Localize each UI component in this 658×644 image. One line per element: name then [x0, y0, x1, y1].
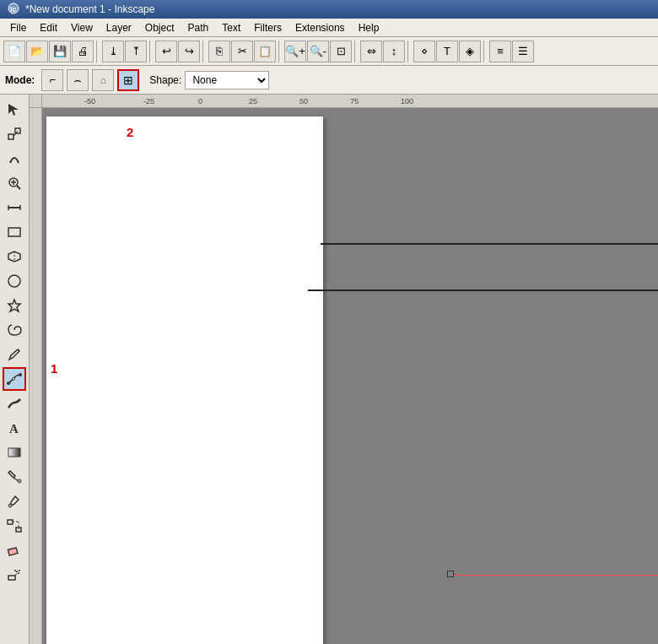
zoom-tool-btn[interactable]	[3, 171, 26, 195]
toolbar-btn-import[interactable]: ⤓	[102, 41, 124, 62]
paint-bucket-btn[interactable]	[3, 465, 26, 489]
toolbar-separator	[483, 41, 487, 62]
svg-point-21	[13, 378, 15, 381]
toolbar-btn-new[interactable]: 📄	[3, 41, 25, 62]
spiral-tool-btn[interactable]	[3, 318, 26, 342]
svg-point-36	[19, 570, 20, 571]
pencil-tool-btn[interactable]	[3, 343, 26, 366]
menu-item-edit[interactable]: Edit	[33, 20, 64, 35]
selector-tool-btn[interactable]	[3, 98, 26, 122]
ruler-left-svg	[30, 108, 42, 644]
toolbar-btn-text-tool[interactable]: T	[436, 41, 458, 62]
gradient-tool-btn[interactable]	[3, 441, 26, 464]
document-page	[46, 116, 323, 644]
canvas-line-2	[308, 290, 658, 291]
connector-btn[interactable]	[3, 514, 26, 538]
svg-rect-13	[8, 228, 20, 236]
calligraphy-tool-btn[interactable]	[3, 392, 26, 415]
node-tool-btn[interactable]	[3, 122, 26, 146]
menu-item-path[interactable]: Path	[181, 20, 216, 35]
main-toolbar: 📄📂💾🖨⤓⤒↩↪⎘✂📋🔍+🔍-⊡⇔↕⋄T◈≡☰	[0, 37, 658, 66]
toolbar-btn-xmleditor[interactable]: ◈	[459, 41, 481, 62]
symmetric-mode-btn[interactable]: ⌂	[92, 69, 114, 91]
main-area: A -50 -25 0 25 50 75 100	[0, 95, 658, 644]
svg-rect-31	[8, 548, 17, 555]
toolbar-btn-transform1[interactable]: ⇔	[360, 41, 382, 62]
corner-mode-btn[interactable]: ⌐	[41, 69, 63, 91]
3dbox-tool-btn[interactable]	[3, 245, 26, 268]
toolbar-separator	[202, 41, 206, 62]
menu-item-text[interactable]: Text	[215, 20, 247, 35]
toolbar-btn-zoom-fit[interactable]: ⊡	[330, 41, 352, 62]
menu-item-filters[interactable]: Filters	[247, 20, 289, 35]
ruler-top: -50 -25 0 25 50 75 100 // ticks are rend…	[42, 95, 658, 108]
toolbar-btn-more2[interactable]: ☰	[512, 41, 534, 62]
menu-item-help[interactable]: Help	[352, 20, 386, 35]
toolbar-btn-zoom-out[interactable]: 🔍-	[307, 41, 329, 62]
tool-options-bar: Mode: ⌐ ⌢ ⌂ ⊞ Shape: None Triangle Arrow	[0, 66, 658, 95]
toolbar-btn-cut[interactable]: ✂	[231, 41, 253, 62]
toolbar-btn-export[interactable]: ⤒	[125, 41, 147, 62]
svg-point-34	[18, 572, 19, 574]
menu-item-view[interactable]: View	[64, 20, 100, 35]
text-tool-btn[interactable]: A	[3, 416, 26, 440]
toolbar-btn-nodes[interactable]: ⋄	[413, 41, 435, 62]
canvas-node-point	[447, 571, 454, 577]
circle-tool-btn[interactable]	[3, 269, 26, 293]
svg-rect-24	[8, 448, 20, 457]
tweak-tool-btn[interactable]	[3, 147, 26, 170]
measure-tool-btn[interactable]	[3, 196, 26, 219]
annotation-1: 1	[51, 361, 57, 376]
toolbar-btn-undo[interactable]: ↩	[155, 41, 177, 62]
ruler-left	[30, 108, 42, 644]
svg-line-7	[17, 186, 20, 189]
svg-point-20	[19, 373, 22, 376]
title-text: *New document 1 - Inkscape	[25, 3, 154, 15]
bezier-tool-btn[interactable]	[3, 367, 26, 391]
menu-item-extensions[interactable]: Extensions	[289, 20, 352, 35]
toolbar-btn-open[interactable]: 📂	[26, 41, 48, 62]
toolbar-separator	[149, 41, 153, 62]
svg-line-37	[15, 573, 17, 576]
svg-rect-27	[8, 520, 13, 524]
toolbar-btn-copy[interactable]: ⎘	[208, 41, 230, 62]
canvas-container[interactable]: -50 -25 0 25 50 75 100 // ticks are rend…	[30, 95, 658, 644]
toolbar-btn-more1[interactable]: ≡	[489, 41, 511, 62]
svg-point-16	[8, 275, 20, 287]
svg-point-33	[16, 571, 18, 572]
ruler-ticks-svg: // ticks are rendered via SVG in JS belo…	[42, 95, 658, 108]
menu-item-object[interactable]: Object	[138, 20, 181, 35]
toolbar-btn-paste[interactable]: 📋	[254, 41, 276, 62]
drawing-canvas[interactable]: 2 1	[42, 108, 658, 644]
dropper-btn[interactable]	[3, 490, 26, 513]
active-mode-btn[interactable]: ⊞	[117, 69, 139, 91]
toolbar-separator	[407, 41, 411, 62]
smooth-mode-btn[interactable]: ⌢	[67, 69, 89, 91]
svg-rect-32	[8, 576, 15, 580]
shape-select[interactable]: None Triangle Arrow	[185, 71, 269, 89]
canvas-red-line	[454, 575, 658, 576]
svg-rect-3	[8, 134, 13, 139]
svg-marker-17	[8, 300, 20, 311]
toolbar-btn-zoom-in[interactable]: 🔍+	[284, 41, 306, 62]
menu-item-layer[interactable]: Layer	[100, 20, 138, 35]
app-icon: Ic	[7, 2, 20, 18]
canvas-line-1	[321, 243, 658, 245]
svg-point-25	[18, 479, 21, 483]
eraser-btn[interactable]	[3, 538, 26, 562]
menu-item-file[interactable]: File	[3, 20, 33, 35]
ruler-corner	[30, 95, 42, 108]
rect-tool-btn[interactable]	[3, 220, 26, 244]
mode-label: Mode:	[5, 74, 35, 86]
toolbar-btn-save[interactable]: 💾	[49, 41, 71, 62]
star-tool-btn[interactable]	[3, 294, 26, 317]
titlebar: Ic *New document 1 - Inkscape	[0, 0, 658, 19]
svg-marker-2	[8, 104, 19, 116]
svg-point-35	[14, 570, 16, 571]
toolbar-btn-redo[interactable]: ↪	[178, 41, 200, 62]
menubar: FileEditViewLayerObjectPathTextFiltersEx…	[0, 19, 658, 37]
toolbar-btn-print[interactable]: 🖨	[72, 41, 94, 62]
svg-text:Ic: Ic	[10, 5, 17, 14]
toolbar-btn-transform2[interactable]: ↕	[383, 41, 405, 62]
spray-btn[interactable]	[3, 563, 26, 587]
